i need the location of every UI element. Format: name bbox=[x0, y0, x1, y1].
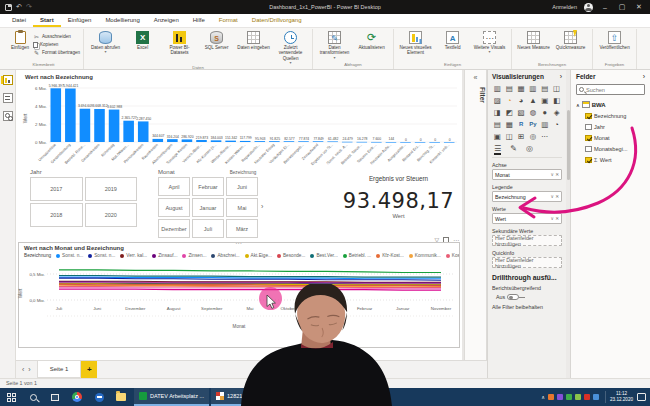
field-item-monat[interactable]: Monat bbox=[576, 135, 645, 142]
visual-type-icon[interactable]: ▣ bbox=[492, 131, 503, 142]
visual-type-icon[interactable]: ▦ bbox=[504, 119, 515, 130]
slicer-option-2020[interactable]: 2020 bbox=[85, 203, 138, 227]
slicer-option-mai[interactable]: Mai bbox=[226, 198, 258, 217]
more-visuals-icon[interactable]: ⋯ bbox=[539, 131, 550, 142]
ribbon-button-daten-transformieren[interactable]: ✎Daten transformieren▾ bbox=[316, 29, 353, 60]
sign-in-link[interactable]: Anmelden bbox=[552, 4, 577, 10]
slicer-option-2018[interactable]: 2018 bbox=[30, 203, 83, 227]
visual-type-icon[interactable]: ◫ bbox=[551, 83, 562, 94]
python-visual-icon[interactable]: Py bbox=[527, 119, 538, 130]
filter-pane-collapsed[interactable]: « Filter bbox=[464, 70, 487, 378]
tray-icon[interactable] bbox=[557, 394, 563, 400]
r-script-visual-icon[interactable]: R bbox=[516, 119, 527, 130]
slicer-option-januar[interactable]: Januar bbox=[192, 198, 224, 217]
ribbon-button-daten-abrufen[interactable]: Daten abrufen▾ bbox=[87, 29, 124, 55]
tray-icon[interactable] bbox=[575, 394, 581, 400]
bar-chart-plot[interactable]: 0 Mio.2 Mio.4 Mio.6 Mio.5.966.397Umsatze… bbox=[25, 80, 461, 166]
slicer-option-juli[interactable]: Juli bbox=[192, 219, 224, 238]
visual-type-icon[interactable]: ◧ bbox=[551, 95, 562, 106]
chrome-icon[interactable] bbox=[66, 388, 88, 406]
visual-type-icon[interactable]: ▤ bbox=[504, 83, 515, 94]
checkbox-unchecked-icon[interactable] bbox=[585, 146, 592, 153]
prev-page-icon[interactable]: ‹ bbox=[22, 366, 24, 373]
close-button[interactable]: ✕ bbox=[634, 3, 644, 11]
undo-icon[interactable]: ↶ bbox=[16, 3, 22, 11]
ribbon-button-zuletzt-verwendete-quellen[interactable]: Zuletzt verwendete Quellen▾ bbox=[272, 29, 309, 65]
teamviewer-icon[interactable] bbox=[88, 388, 110, 406]
ribbon-button-neues-measure[interactable]: Neues Measure bbox=[515, 29, 552, 50]
maximize-button[interactable]: ▢ bbox=[617, 3, 627, 11]
minimize-button[interactable]: – bbox=[600, 4, 610, 11]
visual-type-icon[interactable]: ◕ bbox=[516, 95, 527, 106]
visual-type-icon[interactable]: ◨ bbox=[492, 107, 503, 118]
page-tab-seite1[interactable]: Seite 1 bbox=[37, 361, 82, 378]
ribbon-button-quickmeasure[interactable]: Quickmeasure bbox=[552, 29, 589, 50]
tray-icon[interactable] bbox=[566, 394, 572, 400]
visual-type-icon[interactable]: ● bbox=[539, 107, 550, 118]
task-view-icon[interactable] bbox=[44, 388, 66, 406]
visual-drag-handle[interactable]: ⋯ bbox=[235, 240, 243, 248]
field-item-wert[interactable]: ΣWert bbox=[576, 157, 645, 164]
format-tab-icon[interactable]: ✎ bbox=[510, 144, 517, 155]
ribbon-button-power-bi-datasets[interactable]: Power BI-Datasets bbox=[161, 29, 198, 56]
visual-type-icon[interactable]: ◔ bbox=[504, 95, 515, 106]
cut-button[interactable]: ✂Ausschneiden bbox=[33, 33, 80, 40]
visual-type-icon[interactable]: ◈ bbox=[551, 107, 562, 118]
visual-type-icon[interactable]: ▥ bbox=[527, 83, 538, 94]
collapse-caret-icon[interactable]: ∧ bbox=[576, 102, 580, 108]
checkbox-checked-icon[interactable] bbox=[585, 113, 592, 120]
ribbon-button-sql-server[interactable]: SSQL Server bbox=[198, 29, 235, 50]
well-values-field[interactable]: Wert∨ ✕ bbox=[492, 213, 562, 224]
fields-tab-icon[interactable]: ☰ bbox=[494, 144, 501, 155]
slicer-option-2019[interactable]: 2019 bbox=[85, 177, 138, 201]
checkbox-unchecked-icon[interactable] bbox=[585, 124, 592, 131]
start-button[interactable] bbox=[0, 388, 22, 406]
expand-pane-icon[interactable]: « bbox=[465, 70, 486, 81]
table-node-bwa[interactable]: ∧ BWA bbox=[576, 101, 645, 108]
tray-icon[interactable] bbox=[584, 394, 590, 400]
dropdown-remove-icons[interactable]: ∨ ✕ bbox=[551, 194, 560, 199]
ribbon-tab-daten-drillvorgang[interactable]: Daten/Drillvorgang bbox=[245, 14, 309, 27]
next-page-icon[interactable]: › bbox=[28, 366, 30, 373]
ribbon-tab-format[interactable]: Format bbox=[212, 14, 245, 27]
well-tooltips-empty[interactable]: Hier Datenfelder hinzufügen bbox=[492, 257, 562, 268]
save-icon[interactable] bbox=[5, 4, 12, 11]
new-page-button[interactable]: + bbox=[81, 361, 97, 378]
fields-search-input[interactable]: Suchen bbox=[576, 84, 645, 95]
format-painter-button[interactable]: ✎Format übertragen bbox=[33, 49, 80, 56]
taskbar-clock[interactable]: 11:12 23.12.2020 bbox=[605, 391, 637, 402]
bar-chart-visual[interactable]: Wert nach Bezeichnung Wert 0 Mio.2 Mio.4… bbox=[25, 74, 461, 168]
ribbon-button-ver-ffentlichen[interactable]: ⇧Veröffentlichen bbox=[596, 29, 633, 50]
collapse-pane-icon[interactable]: › bbox=[643, 73, 645, 80]
visual-type-icon[interactable]: ▧ bbox=[516, 107, 527, 118]
well-axis-field[interactable]: Monat∨ ✕ bbox=[492, 169, 562, 180]
visual-type-icon[interactable]: ▨ bbox=[492, 95, 503, 106]
account-avatar[interactable] bbox=[584, 3, 593, 12]
visual-type-icon[interactable]: ▣ bbox=[539, 95, 550, 106]
visual-type-icon[interactable]: ▥ bbox=[492, 83, 503, 94]
copy-button[interactable]: Kopieren bbox=[33, 42, 80, 48]
slicer-option-2017[interactable]: 2017 bbox=[30, 177, 83, 201]
ribbon-tab-modellierung[interactable]: Modellierung bbox=[98, 14, 146, 27]
ribbon-button-weitere-visuals[interactable]: ⋯Weitere Visuals▾ bbox=[471, 29, 508, 55]
visual-type-icon[interactable]: ▤ bbox=[539, 83, 550, 94]
collapse-pane-icon[interactable]: › bbox=[560, 73, 562, 80]
visual-type-icon[interactable]: ◔ bbox=[551, 119, 562, 130]
ribbon-tab-datei[interactable]: Datei bbox=[5, 14, 33, 27]
ribbon-button-neues-visuelles-element[interactable]: Neues visuelles Element bbox=[397, 29, 434, 56]
slicer-option-februar[interactable]: Februar bbox=[192, 177, 224, 196]
slicer-option-april[interactable]: April bbox=[158, 177, 190, 196]
model-view-icon[interactable] bbox=[3, 111, 13, 121]
checkbox-checked-icon[interactable] bbox=[585, 135, 592, 142]
slicer-option-august[interactable]: August bbox=[158, 198, 190, 217]
visual-type-icon[interactable]: ▲ bbox=[527, 95, 538, 106]
field-item-bezeichnung[interactable]: Bezeichnung bbox=[576, 113, 645, 120]
report-view-icon[interactable] bbox=[3, 75, 13, 85]
slicer-option-juni[interactable]: Juni bbox=[226, 177, 258, 196]
dropdown-remove-icons[interactable]: ∨ ✕ bbox=[551, 172, 560, 177]
tray-icon[interactable] bbox=[593, 394, 599, 400]
visual-type-icon[interactable]: ◩ bbox=[504, 107, 515, 118]
analytics-tab-icon[interactable]: ◎ bbox=[526, 144, 533, 155]
visual-type-icon[interactable]: ⊞ bbox=[516, 131, 527, 142]
data-view-icon[interactable] bbox=[3, 93, 13, 103]
